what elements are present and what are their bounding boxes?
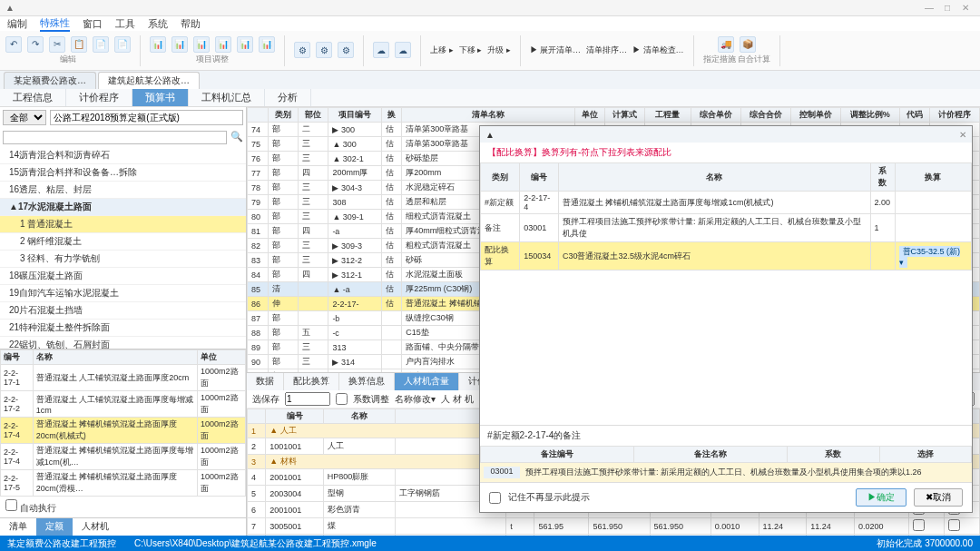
search-icon[interactable]: 🔍 (230, 131, 243, 144)
status-proj: 某定额费公路改建工程预控 (7, 537, 116, 550)
tree-item[interactable]: 22锯切、铣刨、石屑封面 (0, 337, 246, 349)
status-total: 初始化完成 3700000.00 (877, 537, 973, 550)
tree-item[interactable]: 18碾压混凝土路面 (0, 268, 246, 285)
sys-check[interactable] (336, 393, 348, 405)
fn-tab[interactable]: 预算书 (132, 89, 189, 106)
ribbon-icon[interactable]: 📋 (71, 36, 87, 53)
tree-item[interactable]: 19自卸汽车运输水泥混凝土 (0, 285, 246, 302)
list-row[interactable]: 2-2-17-2普通混凝土 人工铺筑混凝土路面厚度每增减1cm1000m2路面 (1, 391, 246, 418)
max-button[interactable]: □ (938, 3, 956, 13)
mat-row[interactable]: 73005001煤t561.95561.950561.9500.001011.2… (248, 518, 980, 535)
ribbon-icon[interactable]: 📊 (172, 36, 188, 53)
ribbon-icon[interactable]: ⚙ (338, 42, 354, 58)
app-icon: ▲ (5, 3, 15, 13)
min-button[interactable]: — (920, 3, 938, 13)
ratio-dialog: ▲ ✕ 【配比换算】换算列有-符点下拉列表来源配比 类别编号名称系数换算#新定额… (479, 125, 973, 513)
dlg-row[interactable]: 配比换算150034C30普通混凝土32.5级水泥4cm碎石普C35-32.5 … (481, 242, 972, 271)
close-button[interactable]: ✕ (956, 3, 975, 13)
namemod-drop[interactable]: 名称修改▾ (395, 393, 436, 406)
ribbon-txt[interactable]: 上移 ▸ (430, 44, 454, 56)
ribbon-icon[interactable]: ↶ (5, 36, 22, 53)
tree-item[interactable]: 21特种混凝土整件拆除面 (0, 320, 246, 337)
tree-item[interactable]: ▲17水泥混凝土路面 (0, 199, 246, 216)
tree-item[interactable]: 2 钢纤维混凝土 (0, 233, 246, 251)
search-input[interactable] (50, 110, 243, 125)
autoexec-label: 自动执行 (20, 503, 56, 513)
list-row[interactable]: 2-2-17-5普通混凝土 摊铺机铺筑混凝土路面厚度20cm(滑模…1000m2… (1, 470, 246, 497)
doc-tab[interactable]: 某定额费公路改… (4, 72, 96, 89)
doc-tab[interactable]: 建筑起航某公路改… (98, 72, 200, 89)
list-row[interactable]: 2-2-17-1普通混凝土 人工铺筑混凝土路面厚度20cm1000m2路面 (1, 365, 246, 391)
dlg-ok[interactable]: ▶确定 (856, 488, 906, 507)
ribbon-icon[interactable]: 📊 (259, 36, 275, 53)
tree-item[interactable]: 20片石混凝土挡墙 (0, 302, 246, 320)
ribbon-icon[interactable]: 📄 (114, 36, 131, 53)
keep-label: 选保存 (252, 393, 279, 406)
dlg-hint: 【配比换算】换算列有-符点下拉列表来源配比 (480, 143, 972, 162)
menu-1[interactable]: 特殊性 (40, 16, 70, 32)
ribbon-txt[interactable]: ▶ 清单检查… (632, 44, 684, 56)
ribbon-icon[interactable]: 📊 (215, 36, 231, 53)
status-path: C:\Users\X840\Desktop\建筑起航某公路改建工程预控.xmgl… (134, 537, 377, 550)
tree-item[interactable]: 16透层、粘层、封层 (0, 182, 246, 199)
list-row[interactable]: 2-2-17-4普通混凝土 摊铺机铺筑混凝土路面厚度每增减1cm(机…1000m… (1, 444, 246, 470)
ribbon-icon[interactable]: 📊 (150, 36, 166, 53)
leftfoot-tab[interactable]: 定额 (36, 518, 73, 536)
menu-2[interactable]: 窗口 (83, 17, 103, 31)
ribbon-icon[interactable]: ↷ (27, 36, 44, 53)
menu-4[interactable]: 系统 (148, 17, 168, 31)
ribbon-icon[interactable]: ☁ (373, 42, 389, 58)
ribbon-txt[interactable]: 升级 ▸ (487, 44, 511, 56)
ribbon-txt[interactable]: 清单排序… (586, 44, 627, 56)
fn-tab[interactable]: 工料机汇总 (189, 89, 265, 106)
tree-item[interactable]: 1 普通混凝土 (0, 216, 246, 233)
ratio-drop[interactable]: 普C35-32.5 (新) ▾ (899, 246, 961, 268)
dlg-close[interactable]: ✕ (959, 130, 966, 140)
dlg-icon: ▲ (485, 130, 495, 140)
fn-tab[interactable]: 工程信息 (0, 89, 66, 106)
ribbon-txt[interactable]: ▶ 展开清单… (530, 44, 582, 56)
ribbon-icon[interactable]: 🚚 (718, 36, 734, 53)
dlg-row[interactable]: #新定额2-2-17-4普通混凝土 摊铺机铺筑混凝土路面厚度每增减1cm(机械式… (481, 192, 972, 214)
autoexec-check[interactable] (5, 499, 17, 511)
ribbon-icon[interactable]: ✂ (49, 36, 65, 53)
tree-item[interactable]: 14沥青混合料和沥青碎石 (0, 147, 246, 164)
scope-select[interactable]: 全部 (3, 110, 46, 125)
bottom-tab[interactable]: 人材机含量 (395, 373, 459, 390)
list-row[interactable]: 2-2-17-4普通混凝土 摊铺机铺筑混凝土路面厚度20cm(机械式)1000m… (1, 418, 246, 444)
menu-0[interactable]: 编制 (7, 17, 27, 31)
dlg-row[interactable]: 备注03001预拌工程项目法施工预拌砂浆带计量: 新采用定额的人工工日、机械台班… (481, 214, 972, 242)
dlg-section: #新定额2-2-17-4的备注 (487, 430, 581, 440)
dlg-remember[interactable] (489, 492, 501, 504)
keep-input[interactable] (285, 392, 330, 406)
ribbon-icon[interactable]: 📊 (237, 36, 253, 53)
dlg-cancel[interactable]: ✖取消 (914, 488, 963, 507)
dlg-note: 03001 预拌工程项目法施工预拌砂浆带计量: 新采用定额的人工工日、机械台班数… (480, 463, 972, 482)
fn-tab[interactable]: 分析 (265, 89, 311, 106)
ribbon-icon[interactable]: 📄 (93, 36, 109, 53)
leftfoot-tab[interactable]: 人材机 (73, 518, 118, 536)
ribbon-txt[interactable]: 下移 ▸ (459, 44, 483, 56)
ribbon-icon[interactable]: 📊 (193, 36, 210, 53)
bottom-tab[interactable]: 换算信息 (339, 373, 395, 390)
mat-row[interactable]: 83005004水m32.722.7202.72081.681.630.0000 (248, 535, 980, 536)
tree-item[interactable]: 3 径料、有力学铣刨 (0, 251, 246, 268)
ribbon-icon[interactable]: 📦 (740, 36, 756, 53)
menu-3[interactable]: 工具 (115, 17, 135, 31)
filter-input[interactable] (3, 131, 227, 144)
tree-item[interactable]: 15沥青混合料拌和设备备…拆除 (0, 164, 246, 182)
bottom-tab[interactable]: 配比换算 (284, 373, 339, 390)
menu-5[interactable]: 帮助 (181, 17, 201, 31)
fn-tab[interactable]: 计价程序 (66, 89, 132, 106)
ribbon-icon[interactable]: ⚙ (316, 42, 332, 58)
leftfoot-tab[interactable]: 清单 (0, 518, 36, 536)
bottom-tab[interactable]: 数据 (247, 373, 284, 390)
ribbon-icon[interactable]: ⚙ (294, 42, 310, 58)
ribbon-icon[interactable]: ☁ (395, 42, 411, 58)
